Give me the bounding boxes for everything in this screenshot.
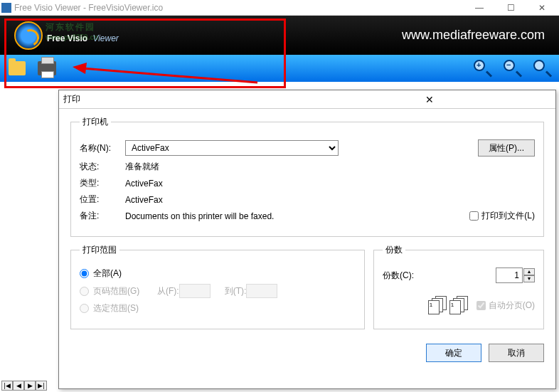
collate-preview: 321 321 bbox=[428, 296, 469, 314]
watermark-text: 河东软件园 bbox=[46, 22, 95, 32]
copies-group: 份数 份数(C): ▲ ▼ 321 321 bbox=[373, 244, 544, 329]
from-input bbox=[179, 284, 211, 298]
type-label: 类型: bbox=[80, 177, 125, 189]
comment-value: Documents on this printer will be faxed. bbox=[125, 211, 274, 221]
header-url: www.mediafreeware.com bbox=[402, 28, 545, 43]
dialog-close-button[interactable]: ✕ bbox=[307, 94, 551, 105]
watermark-url: www.pc0359.cn bbox=[46, 33, 98, 41]
titlebar: Free Visio Viewer - FreeVisioViewer.ico … bbox=[0, 0, 559, 16]
copies-legend: 份数 bbox=[383, 244, 405, 256]
copies-up[interactable]: ▲ bbox=[523, 268, 535, 275]
nav-last[interactable]: ▶| bbox=[36, 381, 47, 391]
to-label: 到(T): bbox=[225, 285, 247, 297]
print-to-file-checkbox[interactable] bbox=[469, 211, 479, 221]
printer-select[interactable]: ActiveFax bbox=[125, 140, 339, 156]
range-pages-radio bbox=[80, 287, 89, 296]
window-title: Free Visio Viewer - FreeVisioViewer.ico bbox=[14, 3, 464, 13]
nav-first[interactable]: |◀ bbox=[1, 381, 13, 391]
status-value: 准备就绪 bbox=[125, 161, 159, 173]
ok-button[interactable]: 确定 bbox=[426, 344, 481, 362]
nav-prev[interactable]: ◀ bbox=[13, 381, 24, 391]
copies-down[interactable]: ▼ bbox=[523, 275, 535, 282]
where-label: 位置: bbox=[80, 194, 125, 206]
nav-next[interactable]: ▶ bbox=[24, 381, 36, 391]
app-icon bbox=[1, 3, 11, 13]
dialog-title: 打印 bbox=[63, 93, 307, 105]
range-all-radio[interactable] bbox=[80, 269, 89, 278]
maximize-button[interactable]: ☐ bbox=[495, 1, 526, 15]
open-button[interactable] bbox=[7, 58, 27, 78]
range-selection-label: 选定范围(S) bbox=[93, 302, 139, 314]
minimize-button[interactable]: — bbox=[464, 1, 495, 15]
print-dialog: 打印 ✕ 打印机 名称(N): ActiveFax 属性(P)... 状态: 准… bbox=[58, 90, 556, 389]
zoom-out-button[interactable]: − bbox=[502, 58, 522, 78]
name-label: 名称(N): bbox=[80, 142, 125, 154]
zoom-fit-button[interactable] bbox=[532, 58, 552, 78]
range-all-label: 全部(A) bbox=[93, 267, 122, 280]
printer-icon bbox=[38, 61, 56, 75]
copies-label: 份数(C): bbox=[383, 270, 432, 282]
zoom-out-icon: − bbox=[504, 60, 521, 77]
dialog-titlebar: 打印 ✕ bbox=[59, 90, 555, 109]
copies-input[interactable] bbox=[496, 267, 523, 283]
from-label: 从(F): bbox=[157, 285, 179, 297]
collate-label: 自动分页(O) bbox=[477, 300, 535, 312]
toolbar: + − bbox=[0, 55, 559, 82]
zoom-in-icon: + bbox=[474, 60, 491, 77]
print-button[interactable] bbox=[37, 58, 57, 78]
folder-icon bbox=[9, 61, 26, 75]
collate-checkbox bbox=[477, 301, 486, 310]
cancel-button[interactable]: 取消 bbox=[489, 344, 544, 362]
range-selection-radio bbox=[80, 304, 89, 313]
range-legend: 打印范围 bbox=[80, 244, 119, 256]
page-nav: |◀ ◀ ▶ ▶| bbox=[1, 381, 47, 391]
logo-icon bbox=[14, 21, 43, 50]
properties-button[interactable]: 属性(P)... bbox=[478, 139, 535, 157]
close-button[interactable]: ✕ bbox=[526, 1, 558, 15]
status-label: 状态: bbox=[80, 161, 125, 173]
range-group: 打印范围 全部(A) 页码范围(G) 从(F): 到(T): 选定范围(S) bbox=[70, 244, 365, 329]
to-input bbox=[246, 284, 277, 298]
zoom-in-button[interactable]: + bbox=[472, 58, 492, 78]
comment-label: 备注: bbox=[80, 210, 125, 222]
watermark: 河东软件园 www.pc0359.cn bbox=[46, 18, 98, 41]
zoom-fit-icon bbox=[533, 60, 550, 77]
type-value: ActiveFax bbox=[125, 179, 163, 189]
range-pages-label: 页码范围(G) bbox=[93, 285, 150, 297]
print-to-file-label[interactable]: 打印到文件(L) bbox=[469, 210, 535, 222]
printer-group: 打印机 名称(N): ActiveFax 属性(P)... 状态: 准备就绪 类… bbox=[70, 116, 544, 237]
where-value: ActiveFax bbox=[125, 195, 163, 205]
printer-legend: 打印机 bbox=[80, 116, 111, 128]
